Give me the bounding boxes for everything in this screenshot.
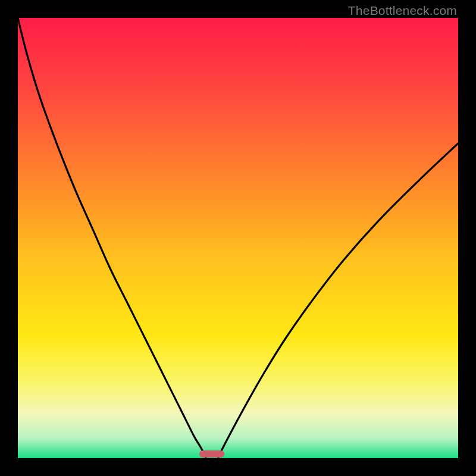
- left-curve: [18, 18, 206, 458]
- bottleneck-marker: [199, 450, 224, 458]
- plot-frame: [18, 18, 458, 458]
- watermark-text: TheBottleneck.com: [348, 4, 457, 18]
- right-curve: [218, 143, 458, 458]
- plot-curves: [18, 18, 458, 458]
